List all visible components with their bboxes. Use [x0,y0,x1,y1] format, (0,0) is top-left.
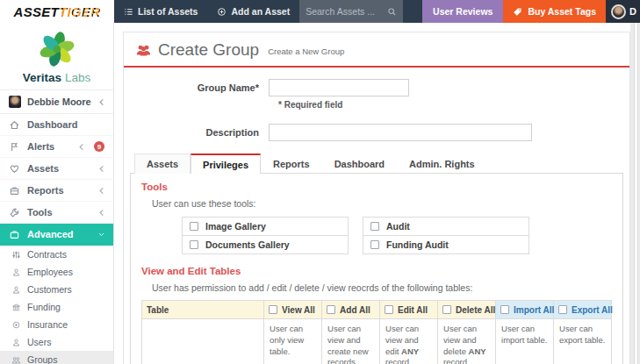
checkbox-edit-all[interactable] [385,305,393,314]
sidebar-item-label: Contracts [27,249,67,260]
checkbox-documents-gallery[interactable] [190,240,198,249]
search-icon[interactable] [387,7,397,17]
checkbox-export-all[interactable] [558,305,567,314]
home-icon [9,119,20,131]
permission-description: User can view and create new records. Us… [327,324,368,364]
tab-dashboard[interactable]: Dashboard [322,153,397,174]
nav-list-of-assets[interactable]: List of Assets [114,0,207,23]
description-row: Description [124,124,629,141]
sidebar-item-insurance[interactable]: Insurance [0,316,113,333]
sidebar-item-contracts[interactable]: Contracts [0,246,113,263]
sidebar-item-label: Funding [27,302,61,312]
sidebar-item-label: Tools [27,207,53,218]
sidebar-item-advanced[interactable]: Advanced [0,224,113,246]
sidebar-item-users[interactable]: Users [0,333,113,351]
sidebar-item-assets[interactable]: Assets [0,158,113,180]
account-label: D [629,6,636,17]
page-header: Create Group Create a New Group [124,32,629,68]
user-icon [11,338,21,347]
sidebar-item-customers[interactable]: Customers [0,281,113,298]
sidebar: Veritas Labs Debbie Moore Dashboard Aler… [0,23,114,364]
tool-label: Audit [386,221,410,232]
page-title: Create Group [158,40,259,60]
privileges-panel: Tools User can use these tools: Image Ga… [130,174,623,364]
sidebar-item-label: Customers [27,284,72,295]
col-header-edit-all: Edit All [380,301,438,319]
sidebar-item-reports[interactable]: Reports [0,180,113,202]
cell-edit-all-desc: User can view and edit ANY record. [380,319,438,364]
permissions-header-row: Table View All Add All Edit All Delete A… [142,301,612,319]
col-header-add-all: Add All [322,301,380,319]
checkbox-add-all[interactable] [327,305,335,314]
nav-add-an-asset[interactable]: Add an Asset [207,0,299,23]
plus-circle-icon [217,7,227,17]
chevron-left-icon [78,143,84,151]
nav-list-of-assets-label: List of Assets [138,6,198,17]
flower-pinwheel-icon [37,29,77,69]
logo-text-asset: ASSET [14,4,60,19]
user-icon [11,285,21,295]
user-reviews-button[interactable]: User Reviews [422,0,503,23]
tab-privileges[interactable]: Privileges [191,153,261,174]
tool-documents-gallery[interactable]: Documents Gallery [182,235,349,254]
asset-search-box[interactable] [299,0,403,23]
chevron-left-icon [98,98,104,106]
sidebar-item-dashboard[interactable]: Dashboard [0,114,113,136]
account-menu[interactable]: D [606,0,640,23]
wrench-icon [9,207,20,218]
group-name-input[interactable] [269,79,409,96]
checkbox-funding-audit[interactable] [370,240,379,249]
tab-reports[interactable]: Reports [261,153,322,174]
group-name-row: Group Name* [124,79,629,96]
sidebar-item-tools[interactable]: Tools [0,202,113,224]
checkbox-delete-all[interactable] [442,305,451,314]
column-label: Edit All [398,305,428,315]
page-subtitle: Create a New Group [268,46,344,56]
sidebar-user-menu[interactable]: Debbie Moore [0,90,113,114]
permission-description: User can only view table. [270,324,304,356]
col-header-export-all: Export All [554,301,612,319]
chevron-left-icon [98,209,104,217]
sidebar-menu: Dashboard Alerts 9 Assets Reports Tools [0,114,113,246]
column-label: Import All [514,305,554,315]
view-edit-tables-section: View and Edit Tables User has permission… [141,266,612,364]
col-header-view-all: View All [264,301,322,319]
column-label: Delete All [456,305,495,315]
tools-instruction: User can use these tools: [152,198,612,209]
flag-icon [9,141,20,153]
scrollbar[interactable] [634,23,638,364]
heart-icon [9,163,20,175]
assettiger-logo[interactable]: ASSETTIGER [0,0,114,23]
checkbox-image-gallery[interactable] [190,222,198,231]
sidebar-item-funding[interactable]: Funding [0,298,113,316]
permission-description: record. [385,357,412,364]
sidebar-item-groups[interactable]: Groups [0,351,113,364]
search-input[interactable] [306,6,382,17]
cell-export-all-desc: User can export table. [554,319,612,364]
tab-admin-rights[interactable]: Admin. Rights [397,153,487,174]
tool-label: Image Gallery [205,221,266,232]
description-input[interactable] [269,124,532,141]
column-label: View All [282,305,315,315]
sidebar-item-alerts[interactable]: Alerts 9 [0,136,113,158]
company-name: Veritas Labs [0,71,113,84]
sidebar-item-employees[interactable]: Employees [0,263,113,281]
main-content: Create Group Create a New Group Group Na… [114,23,640,364]
tab-assets[interactable]: Assets [134,153,191,174]
tool-funding-audit[interactable]: Funding Audit [363,235,529,254]
sidebar-item-label: Reports [27,185,64,196]
buy-asset-tags-button[interactable]: Buy Asset Tags [503,0,606,23]
page-gutter [630,23,640,364]
company-name-secondary: Labs [65,71,90,84]
permissions-table: Table View All Add All Edit All Delete A… [141,300,612,364]
col-header-table: Table [142,301,264,319]
view-edit-tables-heading: View and Edit Tables [141,266,612,276]
tool-audit[interactable]: Audit [363,217,529,236]
description-label: Description [124,127,269,138]
tool-image-gallery[interactable]: Image Gallery [182,217,349,236]
checkbox-view-all[interactable] [269,305,277,314]
sidebar-item-label: Insurance [27,319,68,330]
checkbox-audit[interactable] [370,222,379,231]
checkbox-import-all[interactable] [500,305,509,314]
permissions-description-row: User can only view table. User can view … [142,319,612,364]
